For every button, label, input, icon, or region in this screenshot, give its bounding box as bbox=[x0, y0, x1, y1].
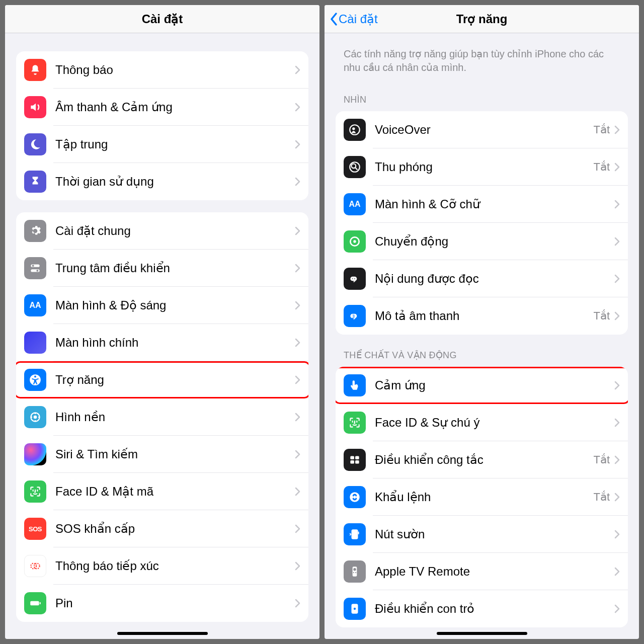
settings-row[interactable]: Điều khiển con trỏ bbox=[336, 590, 628, 627]
svg-rect-30 bbox=[350, 460, 354, 464]
svg-point-5 bbox=[34, 376, 36, 378]
home-indicator[interactable] bbox=[117, 632, 208, 635]
svg-rect-28 bbox=[350, 456, 354, 459]
row-label: Màn hình chính bbox=[55, 336, 294, 350]
row-label: Hình nền bbox=[55, 410, 294, 424]
row-label: Thu phóng bbox=[375, 160, 593, 174]
svg-point-3 bbox=[36, 270, 38, 272]
row-label: Face ID & Mật mã bbox=[55, 485, 294, 499]
settings-row[interactable]: Thời gian sử dụng bbox=[16, 163, 308, 200]
svg-point-22 bbox=[353, 240, 356, 243]
back-label: Cài đặt bbox=[339, 12, 378, 26]
chevron-right-icon bbox=[294, 449, 300, 459]
settings-row[interactable]: Cài đặt chung bbox=[16, 212, 308, 250]
chevron-right-icon bbox=[294, 412, 300, 422]
settings-group: Cảm ứng Face ID & Sự chú ý Điều khiển cô… bbox=[336, 367, 628, 627]
settings-row[interactable]: VoiceOver Tắt bbox=[336, 111, 628, 148]
chevron-right-icon bbox=[614, 274, 620, 284]
settings-row[interactable]: Face ID & Sự chú ý bbox=[336, 404, 628, 441]
settings-row[interactable]: Điều khiển công tắc Tắt bbox=[336, 441, 628, 478]
svg-point-10 bbox=[31, 416, 32, 418]
settings-row[interactable]: Nội dung được đọc bbox=[336, 260, 628, 297]
row-label: Nút sườn bbox=[375, 527, 614, 541]
switch-icon bbox=[344, 449, 366, 471]
row-label: Apple TV Remote bbox=[375, 565, 614, 579]
row-label: VoiceOver bbox=[375, 123, 593, 137]
home-indicator[interactable] bbox=[437, 632, 527, 635]
row-value: Tắt bbox=[593, 453, 610, 466]
row-label: Âm thanh & Cảm ứng bbox=[55, 100, 294, 114]
settings-row[interactable]: Hình nền bbox=[16, 398, 308, 436]
siri-icon bbox=[24, 443, 46, 465]
navbar: Cài đặt Trợ năng bbox=[325, 5, 639, 33]
settings-row[interactable]: Cảm ứng bbox=[336, 367, 628, 404]
settings-row[interactable]: Khẩu lệnh Tắt bbox=[336, 478, 628, 516]
svg-point-16 bbox=[350, 125, 360, 135]
aa-icon: AA bbox=[24, 294, 46, 316]
chevron-right-icon bbox=[294, 102, 300, 112]
svg-line-20 bbox=[355, 168, 357, 170]
faceid-icon bbox=[344, 412, 366, 434]
settings-row[interactable]: Trung tâm điều khiển bbox=[16, 250, 308, 287]
settings-row[interactable]: SOS SOS khẩn cấp bbox=[16, 510, 308, 547]
svg-point-1 bbox=[32, 265, 34, 267]
svg-point-12 bbox=[31, 564, 36, 569]
settings-row[interactable]: Trợ năng bbox=[16, 361, 308, 398]
battery-icon bbox=[24, 592, 46, 614]
svg-rect-29 bbox=[355, 456, 359, 459]
svg-point-40 bbox=[354, 608, 356, 610]
homegrid-icon bbox=[24, 332, 46, 354]
row-label: Thông báo bbox=[55, 63, 294, 77]
settings-row[interactable]: Nút sườn bbox=[336, 516, 628, 553]
bell-icon bbox=[24, 59, 46, 81]
settings-row[interactable]: Âm thanh & Cảm ứng bbox=[16, 89, 308, 126]
row-value: Tắt bbox=[593, 123, 610, 136]
settings-row[interactable]: Apple TV Remote bbox=[336, 553, 628, 590]
svg-point-32 bbox=[350, 492, 360, 502]
chevron-right-icon bbox=[614, 125, 620, 135]
motion-icon bbox=[344, 230, 366, 253]
settings-row[interactable]: Thông báo tiếp xúc bbox=[16, 547, 308, 585]
settings-row[interactable]: Tập trung bbox=[16, 126, 308, 163]
settings-group: VoiceOver Tắt Thu phóng Tắt AA Màn hình … bbox=[336, 111, 628, 335]
svg-point-9 bbox=[34, 420, 36, 422]
audiodesc-icon: )) bbox=[344, 305, 366, 327]
settings-content[interactable]: Thông báo Âm thanh & Cảm ứng Tập trung T… bbox=[5, 33, 319, 639]
svg-point-36 bbox=[353, 568, 356, 571]
svg-rect-33 bbox=[352, 529, 358, 539]
settings-row[interactable]: Face ID & Mật mã bbox=[16, 473, 308, 510]
moon-icon bbox=[24, 133, 46, 155]
accessibility-icon bbox=[24, 369, 46, 391]
chevron-right-icon bbox=[614, 455, 620, 465]
settings-row[interactable]: AA Màn hình & Cỡ chữ bbox=[336, 186, 628, 223]
chevron-right-icon bbox=[294, 177, 300, 187]
sound-icon bbox=[24, 96, 46, 118]
row-label: Thông báo tiếp xúc bbox=[55, 559, 294, 573]
voiceover-icon bbox=[344, 119, 366, 141]
svg-text:)): )) bbox=[353, 314, 355, 318]
row-label: Chuyển động bbox=[375, 234, 614, 249]
settings-row[interactable]: AA Màn hình & Độ sáng bbox=[16, 287, 308, 324]
svg-rect-14 bbox=[30, 601, 39, 606]
chevron-right-icon bbox=[294, 598, 300, 608]
section-header: NHÌN bbox=[336, 79, 628, 109]
svg-point-37 bbox=[353, 572, 354, 573]
settings-row[interactable]: Chuyển động bbox=[336, 223, 628, 260]
settings-row[interactable]: Siri & Tìm kiếm bbox=[16, 436, 308, 473]
settings-row[interactable]: )) Mô tả âm thanh Tắt bbox=[336, 297, 628, 335]
row-label: Thời gian sử dụng bbox=[55, 175, 294, 189]
settings-row[interactable]: Thông báo bbox=[16, 51, 308, 89]
settings-row[interactable]: Pin bbox=[16, 585, 308, 622]
row-label: Cảm ứng bbox=[375, 378, 614, 392]
settings-row[interactable]: Thu phóng Tắt bbox=[336, 148, 628, 186]
wallpaper-icon bbox=[24, 406, 46, 428]
accessibility-content[interactable]: Các tính năng trợ năng giúp bạn tùy chỉn… bbox=[325, 33, 639, 639]
row-label: Face ID & Sự chú ý bbox=[375, 416, 614, 430]
settings-row[interactable]: Màn hình chính bbox=[16, 324, 308, 361]
row-label: Pin bbox=[55, 596, 294, 610]
settings-group: Cài đặt chung Trung tâm điều khiển AA Mà… bbox=[16, 212, 308, 622]
back-button[interactable]: Cài đặt bbox=[330, 12, 378, 27]
faceid-icon bbox=[24, 480, 46, 503]
settings-screen: Cài đặt Thông báo Âm thanh & Cảm ứng Tập… bbox=[5, 5, 319, 639]
svg-rect-23 bbox=[350, 277, 357, 281]
